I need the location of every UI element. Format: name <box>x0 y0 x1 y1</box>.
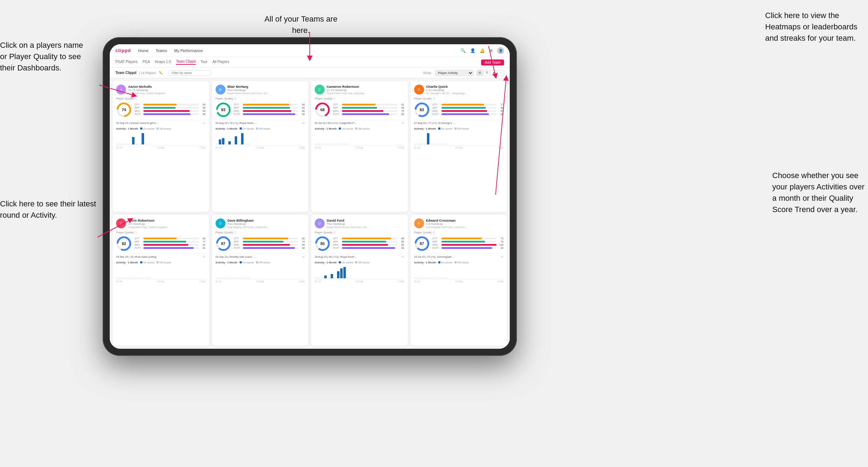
team-bar: Team Clippd | 14 Players ✏️ Show: Player… <box>110 68 510 78</box>
quality-section[interactable]: 68 OTT 61 APP 63 ARG 75 PUTT 85 <box>315 102 404 118</box>
avatar[interactable]: 👤 <box>497 47 504 54</box>
tab-tour[interactable]: Tour <box>201 60 207 64</box>
latest-round[interactable]: 02 Sep 23 | Sunset round to get back int… <box>116 120 206 126</box>
quality-score: 68 <box>320 108 325 112</box>
add-team-button[interactable]: Add Team <box>481 59 504 66</box>
player-name[interactable]: Aaron Nicholls <box>128 85 206 89</box>
player-name[interactable]: Blair McHarg <box>228 85 305 89</box>
activity-chart <box>216 131 305 146</box>
quality-section[interactable]: 87 OTT 82 APP 74 ARG 85 PUTT 94 <box>216 236 305 251</box>
player-card[interactable]: B Blair McHarg Plus Handicap Royal North… <box>212 81 309 212</box>
player-name[interactable]: Dave Billingham <box>228 218 305 222</box>
activity-chart <box>315 131 404 146</box>
quality-label: Player Quality ⓘ <box>315 231 404 234</box>
tab-pgat-players[interactable]: PGAT Players <box>115 60 137 64</box>
player-name[interactable]: David Ford <box>327 218 404 222</box>
sub-nav: PGAT Players PGA Hcaps 1-5 Team Clippd T… <box>110 57 510 68</box>
quality-label: Player Quality ⓘ <box>116 231 206 234</box>
activity-section: Activity · 1 Month On course Off course … <box>116 127 206 149</box>
quality-section[interactable]: 87 OTT 73 APP 79 ARG 103 PUTT 92 <box>414 236 504 251</box>
quality-section[interactable]: 85 OTT 89 APP 80 ARG 83 PUTT 96 <box>315 236 404 251</box>
tab-pga[interactable]: PGA <box>142 60 150 64</box>
search-icon[interactable]: 🔍 <box>461 48 466 53</box>
player-club: Sag Maging Golf Club, United Kingdom <box>228 226 270 229</box>
activity-chart <box>414 131 504 146</box>
nav-home[interactable]: Home <box>138 49 148 53</box>
player-handicap: Plus Handicap <box>327 222 404 226</box>
player-name[interactable]: Cameron Robertson <box>327 85 404 89</box>
latest-round[interactable]: 18 Jul 23 | 74 (+4), Sunningdale GC - Ol… <box>414 254 504 260</box>
player-name[interactable]: Charlie Quick <box>426 85 504 89</box>
player-handicap: 11-15 Handicap <box>128 89 206 92</box>
player-card[interactable]: A Aaron Nicholls 11-15 Handicap Drift Go… <box>113 81 209 212</box>
view-toggles: ⊞ ☰ ▼ ↕ <box>476 70 504 76</box>
annotation-latest-round: Click here to see their latestround or A… <box>0 198 96 221</box>
sort-button[interactable]: ↕ <box>498 70 504 76</box>
latest-round[interactable]: 26 Aug 23 | 84 (+12), Royal North Devon … <box>315 254 404 260</box>
tab-hcaps[interactable]: Hcaps 1-5 <box>155 60 171 64</box>
player-club: Royal Perth Golf Club, Australia <box>327 92 369 95</box>
latest-round[interactable]: 07 Aug 23 | 77 (+7), St George's Hill GC… <box>414 120 504 126</box>
nav-bar: clippd Home Teams My Performance 🔍 👤 🔔 ⊕… <box>110 44 510 57</box>
player-handicap: 11-15 Handicap <box>327 89 404 92</box>
nav-my-performance[interactable]: My Performance <box>174 49 203 53</box>
sub-nav-right: Add Team <box>481 59 504 66</box>
grid-view-button[interactable]: ⊞ <box>476 70 483 76</box>
player-handicap: 1-5 Handicap <box>426 222 504 226</box>
latest-round[interactable]: 26 Aug 23 | 73 (+1), Royal North Devon G… <box>216 120 305 126</box>
quality-label: Player Quality ⓘ <box>216 231 305 234</box>
edit-team-icon[interactable]: ✏️ <box>159 71 163 75</box>
activity-select[interactable]: Player Activity Quality Score Trend <box>435 70 474 76</box>
activity-chart <box>216 265 305 279</box>
settings-icon[interactable]: ⊕ <box>489 48 493 53</box>
activity-section: Activity · 1 Month On course Off course … <box>414 127 504 149</box>
player-card[interactable]: C Cameron Robertson 11-15 Handicap Royal… <box>311 81 408 212</box>
quality-section[interactable]: 93 OTT 84 APP 85 ARG 88 PUTT 95 <box>216 102 305 118</box>
player-card[interactable]: E Edward Crossman 1-5 Handicap Sunningda… <box>411 215 507 346</box>
activity-section: Activity · 1 Month On course Off course … <box>216 127 305 149</box>
player-club: Royal North Devon Golf Club, United Kil.… <box>327 226 369 229</box>
tab-team-clippd[interactable]: Team Clippd <box>176 59 196 65</box>
quality-score: 83 <box>419 108 424 112</box>
player-handicap: Plus Handicap <box>228 89 305 92</box>
player-count: | 14 Players <box>139 71 156 75</box>
annotation-dashboards: Click on a players nameor Player Quality… <box>0 40 83 74</box>
search-input[interactable] <box>169 70 211 76</box>
quality-section[interactable]: 83 OTT 77 APP 80 ARG 83 PUTT 86 <box>414 102 504 118</box>
quality-score: 87 <box>221 241 225 246</box>
player-card[interactable]: D Dave Billingham Plus Handicap Sag Magi… <box>212 215 309 346</box>
quality-section[interactable]: 74 OTT 60 APP 58 ARG 84 PUTT 85 <box>116 102 206 118</box>
bell-icon[interactable]: 🔔 <box>480 48 485 53</box>
player-card[interactable]: D David Ford Plus Handicap Royal North D… <box>311 215 408 346</box>
quality-score: 74 <box>122 108 126 112</box>
player-handicap: 1-5 Handicap <box>128 222 206 226</box>
latest-round[interactable]: 02 Jul 23 | 59 (+17), Craigmillar Park G… <box>315 120 404 126</box>
activity-section: Activity · 1 Month On course Off course … <box>216 261 305 283</box>
player-card[interactable]: C Charlie Quick 6-10 Handicap St. George… <box>411 81 507 212</box>
activity-chart <box>414 265 504 279</box>
annotation-activities: Choose whether you seeyour players Activ… <box>772 170 864 215</box>
nav-right: 🔍 👤 🔔 ⊕ 👤 <box>461 47 504 54</box>
quality-label: Player Quality ⓘ <box>116 97 206 101</box>
filter-button[interactable]: ▼ <box>491 70 497 76</box>
latest-round[interactable]: 03 Mar 23 | 19, Must make putting → <box>116 254 206 260</box>
player-club: Drift Golf Club, United Kingdom <box>128 92 171 95</box>
profile-icon[interactable]: 👤 <box>470 48 475 53</box>
activity-chart <box>116 131 206 146</box>
player-handicap: 6-10 Handicap <box>426 89 504 92</box>
nav-teams[interactable]: Teams <box>156 49 167 53</box>
player-grid: A Aaron Nicholls 11-15 Handicap Drift Go… <box>110 78 510 349</box>
activity-chart <box>116 265 206 279</box>
quality-section[interactable]: 82 OTT 60 APP 77 ARG 81 PUTT 91 <box>116 236 206 251</box>
player-name[interactable]: Edward Crossman <box>426 218 504 222</box>
player-card[interactable]: C Chris Robertson 1-5 Handicap Craigmill… <box>113 215 209 346</box>
show-label: Show: <box>423 71 432 75</box>
tab-all-players[interactable]: All Players <box>212 60 229 64</box>
latest-round[interactable]: 04 Sep 23 | Mobility with coach, Gym → <box>216 254 305 260</box>
quality-label: Player Quality ⓘ <box>315 97 404 101</box>
list-view-button[interactable]: ☰ <box>484 70 490 76</box>
player-name[interactable]: Chris Robertson <box>128 218 206 222</box>
quality-score: 82 <box>122 241 126 246</box>
nav-logo: clippd <box>115 48 131 53</box>
player-club: Sunningdale Golf Club, United Kingdom <box>426 226 469 229</box>
